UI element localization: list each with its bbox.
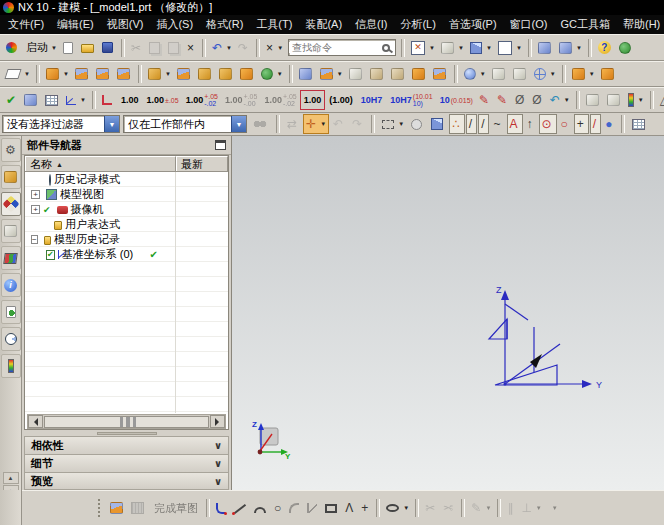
edit-annotation-button[interactable]: ✎	[494, 90, 512, 110]
block-button[interactable]	[114, 64, 135, 84]
tree-horizontal-scrollbar[interactable]	[27, 414, 226, 429]
move-to-window-button[interactable]	[535, 38, 556, 58]
preview-panel-header[interactable]: 预览 ∨	[24, 472, 229, 490]
trim-body-button[interactable]	[367, 64, 388, 84]
pocket-button[interactable]	[195, 64, 216, 84]
unite-button[interactable]	[296, 64, 317, 84]
delete-dropdown-button[interactable]: × ▼	[263, 38, 286, 58]
selection-scope-dropdown[interactable]: 仅在工作部件内 ▼	[123, 115, 247, 133]
triangle-tool-button[interactable]: △	[657, 90, 664, 110]
hole-button[interactable]: ▼	[145, 64, 174, 84]
add-body-button[interactable]: ▼	[258, 64, 286, 84]
extrude-button[interactable]	[72, 64, 93, 84]
datum-display-button[interactable]: ▼	[63, 90, 89, 110]
menu-tools[interactable]: 工具(T)	[250, 16, 298, 33]
tol-boxed-button[interactable]: 1.00	[300, 90, 326, 110]
column-header-name[interactable]: 名称 ▲	[25, 156, 176, 171]
wrap-geometry-button[interactable]	[510, 64, 531, 84]
tree-item-cameras[interactable]: + ✔ 摄像机	[25, 202, 176, 217]
pattern-feature-button[interactable]	[216, 64, 237, 84]
quick-extend-button[interactable]: ✂	[440, 498, 458, 518]
workpart-cube-button[interactable]	[428, 114, 448, 134]
fit-10h7-limits-button[interactable]: 10H7 (10.0110)	[386, 90, 435, 110]
boolean-pair-button[interactable]: ▼	[569, 64, 598, 84]
redo-button[interactable]: ↷	[235, 38, 253, 58]
part-navigator-tab[interactable]	[1, 192, 21, 216]
finish-sketch-button[interactable]	[128, 498, 149, 518]
dependencies-panel-header[interactable]: 相依性 ∨	[24, 436, 229, 454]
command-finder-button[interactable]: ?	[595, 38, 616, 58]
expression-table-button[interactable]	[42, 90, 63, 110]
snap-center-toggle[interactable]: ⊙	[539, 114, 557, 134]
tree-item-model-history[interactable]: − 模型历史记录	[25, 232, 176, 247]
scroll-right-button[interactable]	[210, 415, 225, 428]
more-constraints-button[interactable]: ▼	[545, 498, 561, 518]
snap-arrow-toggle[interactable]: ↑	[524, 114, 538, 134]
perpendicular-constraint-button[interactable]: ⊥ ▼	[518, 498, 544, 518]
corner-dimension-button[interactable]	[99, 90, 117, 110]
marquee-select-button[interactable]: ▼	[379, 114, 407, 134]
sketch-button[interactable]: ▼	[3, 64, 33, 84]
subtract-button[interactable]: ▼	[317, 64, 346, 84]
synchronous-modeling-button[interactable]	[598, 64, 619, 84]
web-browser-tab[interactable]: i	[1, 273, 21, 297]
undo-button[interactable]: ↶ ▼	[209, 38, 235, 58]
grid-snap-button[interactable]	[629, 114, 650, 134]
tol-bilateral-button[interactable]: 1.00 +.05-.02	[182, 90, 221, 110]
menu-information[interactable]: 信息(I)	[349, 16, 393, 33]
menu-view[interactable]: 视图(V)	[101, 16, 150, 33]
scene-clock-tab[interactable]	[1, 327, 21, 351]
fillet-button[interactable]	[286, 498, 304, 518]
offset-face-button[interactable]	[409, 64, 430, 84]
split-body-button[interactable]	[346, 64, 367, 84]
chevron-down-icon[interactable]: ▼	[104, 116, 119, 132]
new-window-button[interactable]: ▼	[556, 38, 585, 58]
color-stack-button[interactable]: ▼	[625, 90, 647, 110]
rectangle-button[interactable]	[322, 498, 342, 518]
float-panel-button[interactable]	[215, 140, 226, 150]
diameter-alt-button[interactable]: Ø	[529, 90, 546, 110]
menu-analysis[interactable]: 分析(L)	[394, 16, 441, 33]
next-selection-button[interactable]: ↷	[349, 114, 367, 134]
snap-circle-toggle[interactable]: ○	[558, 114, 573, 134]
menu-assemblies[interactable]: 装配(A)	[299, 16, 348, 33]
line-button[interactable]	[230, 498, 251, 518]
menu-help[interactable]: 帮助(H)	[617, 16, 664, 33]
tree-item-history-mode[interactable]: 历史记录模式	[25, 172, 176, 187]
delete-button[interactable]: ×	[184, 38, 199, 58]
search-input[interactable]	[289, 42, 382, 53]
command-search-box[interactable]	[288, 39, 396, 56]
diameter-button[interactable]: Ø	[512, 90, 529, 110]
tree-item-user-expressions[interactable]: 用户表达式	[25, 217, 176, 232]
scroll-left-button[interactable]	[28, 415, 43, 428]
prev-selection-button[interactable]: ↶	[330, 114, 348, 134]
edit-dimension-button[interactable]: ✎	[476, 90, 494, 110]
fit-10h7-button[interactable]: 10H7	[357, 90, 387, 110]
wireframe-sphere-button[interactable]: ▼	[531, 64, 559, 84]
fit-view-button[interactable]: ✕ ▼	[408, 38, 438, 58]
menu-file[interactable]: 文件(F)	[2, 16, 50, 33]
tree-item-datum-csys[interactable]: ✔ 基准坐标系 (0) ✔	[25, 247, 176, 262]
snap-plus-toggle[interactable]: +	[574, 114, 589, 134]
tree-expander[interactable]: +	[31, 205, 40, 214]
select-arrows-button[interactable]: ⇄	[284, 114, 302, 134]
snap-quadrant-toggle[interactable]: ●	[602, 114, 617, 134]
selection-filter-dropdown[interactable]: 没有选择过滤器 ▼	[2, 115, 120, 133]
tol-upper-button[interactable]: 1.00 +.05-.00	[221, 90, 260, 110]
ellipse-button[interactable]: ▼	[383, 498, 412, 518]
cut-button[interactable]: ✂	[128, 38, 146, 58]
part-in-list-button[interactable]	[21, 90, 42, 110]
snap-midpoint-toggle[interactable]: /	[478, 114, 489, 134]
quick-trim-button[interactable]: ✂	[422, 498, 440, 518]
open-file-button[interactable]	[78, 38, 99, 58]
assembly-navigator-tab[interactable]: ⚙	[1, 138, 21, 162]
menu-format[interactable]: 格式(R)	[200, 16, 249, 33]
snap-highlight-button[interactable]: ✛ ▼	[303, 114, 329, 134]
tol-lower-button[interactable]: 1.00 +.05-.02	[260, 90, 299, 110]
sketch-task-button[interactable]	[107, 498, 128, 518]
eraser-alt-button[interactable]	[604, 90, 625, 110]
paste-button[interactable]	[165, 38, 184, 58]
history-tab[interactable]	[1, 300, 21, 324]
circle-button[interactable]: ○	[271, 498, 286, 518]
arc-button[interactable]	[251, 498, 271, 518]
